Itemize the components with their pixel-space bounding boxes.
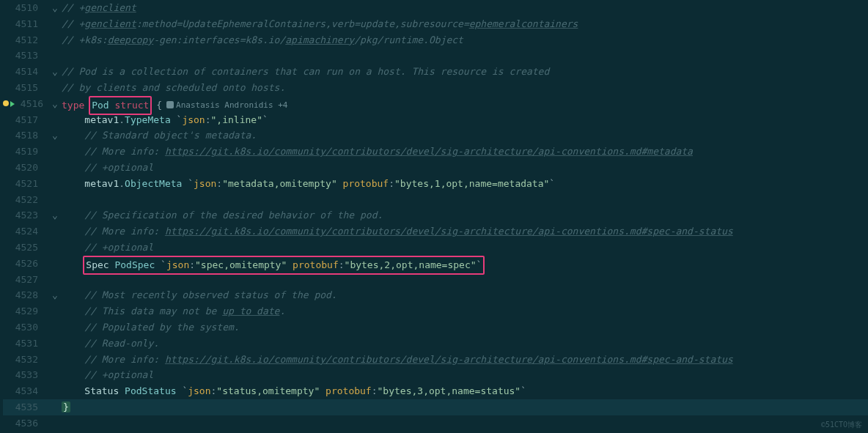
link-text[interactable]: deepcopy	[108, 34, 154, 45]
code-content[interactable]: // More info: https://git.k8s.io/communi…	[62, 144, 868, 160]
code-editor[interactable]: 4510⌄// +genclient4511// +genclient:meth…	[0, 0, 868, 433]
line-number[interactable]: 4513	[3, 48, 48, 64]
line-number[interactable]: 4525	[3, 240, 48, 256]
code-content[interactable]: type Pod struct {Anastasis Andronidis +4	[62, 96, 868, 112]
code-content[interactable]: // by clients and scheduled onto hosts.	[62, 80, 868, 96]
fold-toggle-icon[interactable]: ⌄	[48, 207, 62, 223]
link-text[interactable]: up to date	[222, 306, 279, 317]
link-text[interactable]: apimachinery	[285, 34, 354, 45]
line-number[interactable]: 4536	[3, 415, 48, 432]
line-number[interactable]: 4520	[3, 160, 48, 176]
code-line[interactable]: 4511// +genclient:method=UpdateEphemeral…	[3, 16, 868, 32]
code-line[interactable]: 4518⌄ // Standard object's metadata.	[3, 127, 868, 144]
code-content[interactable]	[62, 272, 868, 288]
code-content[interactable]: // Standard object's metadata.	[62, 127, 868, 144]
line-number[interactable]: 4522	[3, 192, 48, 208]
line-number[interactable]: 4533	[3, 367, 48, 383]
fold-toggle-icon[interactable]: ⌄	[48, 127, 62, 144]
link-text[interactable]: genclient	[84, 18, 136, 29]
code-content[interactable]: // +optional	[62, 240, 868, 256]
breakpoint-icon[interactable]	[3, 100, 9, 106]
code-line[interactable]: 4521 metav1.ObjectMeta `json:"metadata,o…	[3, 176, 868, 192]
line-number[interactable]: 4530	[3, 319, 48, 336]
line-number[interactable]: 4532	[3, 352, 48, 368]
code-content[interactable]: metav1.TypeMeta `json:",inline"`	[62, 112, 868, 128]
code-line[interactable]: 4529 // This data may not be up to date.	[3, 303, 868, 319]
code-line[interactable]: 4536	[3, 415, 868, 432]
code-content[interactable]: Spec PodSpec `json:"spec,omitempty" prot…	[62, 256, 868, 272]
code-line[interactable]: 4523⌄ // Specification of the desired be…	[3, 207, 868, 223]
code-line[interactable]: 4512// +k8s:deepcopy-gen:interfaces=k8s.…	[3, 32, 868, 48]
line-number[interactable]: 4511	[3, 16, 48, 32]
line-number[interactable]: 4514	[3, 64, 48, 80]
code-content[interactable]: // Most recently observed status of the …	[62, 287, 868, 303]
code-line[interactable]: 4513	[3, 48, 868, 64]
line-number[interactable]: 4527	[3, 272, 48, 288]
code-content[interactable]: // Read-only.	[62, 336, 868, 352]
line-number[interactable]: 4529	[3, 303, 48, 319]
link-text[interactable]: https://git.k8s.io/community/contributor…	[165, 146, 693, 157]
code-content[interactable]: // More info: https://git.k8s.io/communi…	[62, 223, 868, 240]
code-line[interactable]: 4528⌄ // Most recently observed status o…	[3, 287, 868, 303]
code-line[interactable]: 4515// by clients and scheduled onto hos…	[3, 80, 868, 96]
code-line[interactable]: 4527	[3, 272, 868, 288]
code-content[interactable]	[62, 48, 868, 64]
code-content[interactable]: }	[62, 399, 868, 415]
code-content[interactable]: // +k8s:deepcopy-gen:interfaces=k8s.io/a…	[62, 32, 868, 48]
code-line[interactable]: 4525 // +optional	[3, 240, 868, 256]
code-content[interactable]: Status PodStatus `json:"status,omitempty…	[62, 383, 868, 399]
code-content[interactable]: // +genclient	[62, 0, 868, 16]
code-line[interactable]: 4519 // More info: https://git.k8s.io/co…	[3, 144, 868, 160]
link-text[interactable]: https://git.k8s.io/community/contributor…	[165, 354, 733, 365]
line-number[interactable]: 4535	[3, 399, 48, 415]
line-number[interactable]: 4526	[3, 256, 48, 272]
line-number[interactable]: 4531	[3, 336, 48, 352]
code-line[interactable]: 4530 // Populated by the system.	[3, 319, 868, 336]
code-line[interactable]: 4522	[3, 192, 868, 208]
line-number[interactable]: 4516	[3, 96, 48, 112]
line-number[interactable]: 4510	[3, 0, 48, 16]
code-line[interactable]: 4510⌄// +genclient	[3, 0, 868, 16]
code-line[interactable]: 4517 metav1.TypeMeta `json:",inline"`	[3, 112, 868, 128]
code-line[interactable]: 4514⌄// Pod is a collection of container…	[3, 64, 868, 80]
code-content[interactable]: // +optional	[62, 367, 868, 383]
code-content[interactable]: // Pod is a collection of containers tha…	[62, 64, 868, 80]
line-number[interactable]: 4517	[3, 112, 48, 128]
code-area[interactable]: 4510⌄// +genclient4511// +genclient:meth…	[0, 0, 868, 433]
code-line[interactable]: 4531 // Read-only.	[3, 336, 868, 352]
code-content[interactable]: // +genclient:method=UpdateEphemeralCont…	[62, 16, 868, 32]
line-number[interactable]: 4524	[3, 223, 48, 240]
link-text[interactable]: ephemeralcontainers	[469, 18, 578, 29]
fold-toggle-icon[interactable]: ⌄	[48, 96, 62, 112]
line-number[interactable]: 4523	[3, 207, 48, 223]
code-line[interactable]: 4520 // +optional	[3, 160, 868, 176]
line-number[interactable]: 4521	[3, 176, 48, 192]
code-content[interactable]	[62, 415, 868, 432]
line-number[interactable]: 4519	[3, 144, 48, 160]
fold-toggle-icon[interactable]: ⌄	[48, 64, 62, 80]
author-lens[interactable]: Anastasis Andronidis +4	[166, 100, 287, 110]
code-content[interactable]: // Populated by the system.	[62, 319, 868, 336]
line-number[interactable]: 4528	[3, 287, 48, 303]
code-line[interactable]: 4516⌄type Pod struct {Anastasis Andronid…	[3, 96, 868, 112]
code-line[interactable]: 4535}	[3, 399, 868, 415]
code-line[interactable]: 4534 Status PodStatus `json:"status,omit…	[3, 383, 868, 399]
code-content[interactable]: // More info: https://git.k8s.io/communi…	[62, 352, 868, 368]
code-line[interactable]: 4526 Spec PodSpec `json:"spec,omitempty"…	[3, 256, 868, 272]
line-number[interactable]: 4518	[3, 127, 48, 144]
code-content[interactable]: // +optional	[62, 160, 868, 176]
link-text[interactable]: https://git.k8s.io/community/contributor…	[165, 226, 733, 237]
code-content[interactable]: metav1.ObjectMeta `json:"metadata,omitem…	[62, 176, 868, 192]
line-number[interactable]: 4512	[3, 32, 48, 48]
code-line[interactable]: 4524 // More info: https://git.k8s.io/co…	[3, 223, 868, 240]
code-line[interactable]: 4532 // More info: https://git.k8s.io/co…	[3, 352, 868, 368]
line-number[interactable]: 4515	[3, 80, 48, 96]
line-number[interactable]: 4534	[3, 383, 48, 399]
link-text[interactable]: genclient	[84, 2, 136, 13]
fold-toggle-icon[interactable]: ⌄	[48, 0, 62, 16]
code-content[interactable]	[62, 192, 868, 208]
code-content[interactable]: // Specification of the desired behavior…	[62, 207, 868, 223]
code-line[interactable]: 4533 // +optional	[3, 367, 868, 383]
code-content[interactable]: // This data may not be up to date.	[62, 303, 868, 319]
fold-toggle-icon[interactable]: ⌄	[48, 287, 62, 303]
